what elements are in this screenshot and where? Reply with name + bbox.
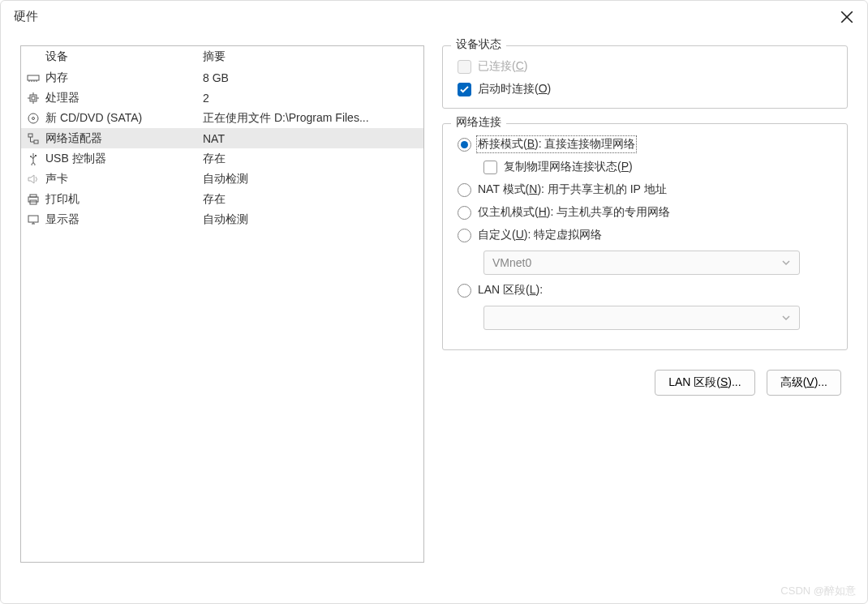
check-icon — [460, 86, 469, 93]
radio-host-only[interactable] — [458, 206, 471, 220]
device-name: 网络适配器 — [45, 131, 203, 146]
checkbox-connect-on-power[interactable] — [458, 83, 471, 96]
select-custom-vnet: VMnet0 — [483, 251, 800, 275]
disc-icon — [24, 112, 42, 125]
chevron-down-icon — [781, 313, 791, 323]
radio-lan-segment[interactable] — [458, 284, 471, 298]
device-row[interactable]: 处理器2 — [21, 88, 423, 108]
header-summary: 摘要 — [203, 49, 419, 64]
device-summary: 8 GB — [203, 71, 419, 84]
device-row[interactable]: USB 控制器存在 — [21, 148, 423, 169]
device-summary: 正在使用文件 D:\Program Files... — [203, 111, 419, 126]
close-icon — [840, 10, 854, 24]
label-nat: NAT 模式(N): 用于共享主机的 IP 地址 — [478, 182, 667, 197]
label-connect-on-power: 启动时连接(O) — [478, 82, 551, 96]
device-summary: 存在 — [203, 192, 419, 207]
checkbox-connected — [458, 60, 471, 74]
group-device-status: 设备状态 已连接(C) 启动时连接(O) — [442, 45, 848, 109]
table-header: 设备 摘要 — [21, 46, 423, 67]
device-name: 新 CD/DVD (SATA) — [45, 111, 203, 126]
label-replicate-state: 复制物理网络连接状态(P) — [504, 160, 633, 174]
device-name: 打印机 — [45, 192, 203, 207]
header-device: 设备 — [45, 49, 203, 64]
close-button[interactable] — [840, 10, 854, 24]
advanced-button[interactable]: 高级(V)... — [767, 370, 841, 396]
checkbox-replicate-state[interactable] — [483, 161, 497, 174]
radio-bridged[interactable] — [458, 138, 471, 152]
radio-custom[interactable] — [458, 229, 471, 242]
chevron-down-icon — [781, 258, 791, 268]
group-title-device-status: 设备状态 — [451, 37, 506, 52]
group-title-network: 网络连接 — [451, 115, 506, 130]
device-list[interactable]: 设备 摘要 内存8 GB处理器2新 CD/DVD (SATA)正在使用文件 D:… — [20, 45, 424, 563]
device-summary: NAT — [203, 132, 419, 145]
radio-nat[interactable] — [458, 183, 471, 197]
cpu-icon — [24, 92, 42, 105]
device-name: 处理器 — [45, 91, 203, 105]
lan-segments-button[interactable]: LAN 区段(S)... — [655, 370, 754, 396]
device-row[interactable]: 网络适配器NAT — [21, 128, 423, 148]
device-summary: 自动检测 — [203, 172, 419, 186]
device-row[interactable]: 声卡自动检测 — [21, 169, 423, 189]
memory-icon — [24, 71, 42, 84]
label-custom: 自定义(U): 特定虚拟网络 — [478, 228, 602, 242]
device-summary: 2 — [203, 92, 419, 105]
device-summary: 存在 — [203, 152, 419, 166]
label-bridged: 桥接模式(B): 直接连接物理网络 — [478, 137, 635, 152]
label-host-only: 仅主机模式(H): 与主机共享的专用网络 — [478, 205, 670, 220]
printer-icon — [24, 193, 42, 206]
device-name: USB 控制器 — [45, 152, 203, 166]
display-icon — [24, 213, 42, 226]
device-name: 内存 — [45, 71, 203, 85]
label-connected: 已连接(C) — [478, 59, 527, 74]
device-row[interactable]: 打印机存在 — [21, 189, 423, 209]
device-name: 声卡 — [45, 172, 203, 186]
sound-icon — [24, 173, 42, 186]
select-lan-segment — [483, 306, 800, 330]
device-row[interactable]: 内存8 GB — [21, 67, 423, 88]
network-icon — [24, 132, 42, 145]
group-network-connection: 网络连接 桥接模式(B): 直接连接物理网络 复制物理网络连接状态(P) NAT… — [442, 123, 848, 350]
device-name: 显示器 — [45, 212, 203, 227]
window-title: 硬件 — [14, 9, 38, 24]
device-row[interactable]: 显示器自动检测 — [21, 209, 423, 229]
usb-icon — [24, 152, 42, 165]
device-row[interactable]: 新 CD/DVD (SATA)正在使用文件 D:\Program Files..… — [21, 108, 423, 128]
label-lan-segment: LAN 区段(L): — [478, 283, 543, 298]
device-summary: 自动检测 — [203, 212, 419, 227]
